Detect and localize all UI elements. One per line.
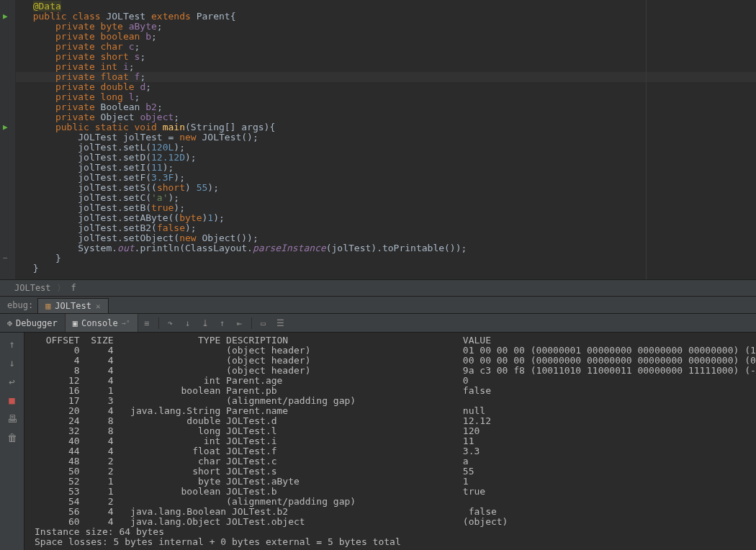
console-output[interactable]: OFFSET SIZE TYPE DESCRIPTION VALUE 0 4 (… [24, 333, 756, 550]
code-editor[interactable]: @Data public class JOLTest extends Paren… [16, 0, 756, 279]
tab-icon: ▦ [45, 301, 50, 311]
console-tab[interactable]: ▣ Console →ˣ [66, 314, 138, 332]
debugger-icon: ⎆ [7, 318, 12, 328]
breadcrumb-class[interactable]: JOLTest [14, 283, 51, 293]
evaluate-icon[interactable]: ▭ [256, 315, 271, 331]
editor-gutter: ▶ ▶ − [0, 0, 16, 279]
console-side-toolbar: ↑ ↓ ↩ ■ 🖶 🗑 [0, 333, 24, 550]
trace-icon[interactable]: ☰ [273, 315, 289, 331]
step-into-icon[interactable]: ↓ [180, 315, 196, 331]
breadcrumb-member[interactable]: f [71, 283, 76, 293]
run-main-gutter-icon[interactable]: ▶ [3, 122, 8, 132]
breadcrumb-sep: 〉 [57, 282, 66, 294]
annotation: @Data [33, 1, 61, 12]
soft-wrap-icon[interactable]: ↩ [9, 376, 14, 387]
threads-icon[interactable]: ≡ [139, 315, 155, 331]
pin-icon[interactable]: →ˣ [122, 319, 130, 327]
debug-tool-window-header: ebug: ▦ JOLTest ✕ [0, 297, 756, 314]
close-tab-icon[interactable]: ✕ [96, 302, 101, 311]
run-gutter-icon[interactable]: ▶ [3, 12, 8, 21]
step-over-icon[interactable]: ↷ [163, 315, 179, 331]
debug-toolbar: ⎆ Debugger ▣ Console →ˣ ≡ ↷ ↓ ⤓ ↑ ⇤ ▭ ☰ [0, 314, 756, 333]
down-stack-icon[interactable]: ↓ [9, 357, 14, 369]
print-icon[interactable]: 🖶 [7, 413, 17, 425]
debugger-tab[interactable]: ⎆ Debugger [0, 314, 66, 332]
fold-minus-icon[interactable]: − [3, 253, 8, 263]
right-margin-line [646, 0, 647, 279]
force-step-into-icon[interactable]: ⤓ [197, 315, 213, 331]
stop-icon[interactable]: ■ [9, 395, 14, 406]
console-icon: ▣ [73, 318, 78, 328]
breadcrumb: JOLTest 〉 f [0, 279, 756, 297]
debug-run-tab[interactable]: ▦ JOLTest ✕ [37, 298, 108, 313]
drop-frame-icon[interactable]: ⇤ [232, 315, 248, 331]
console-panel: ↑ ↓ ↩ ■ 🖶 🗑 OFFSET SIZE TYPE DESCRIPTION… [0, 333, 756, 550]
up-stack-icon[interactable]: ↑ [9, 338, 14, 350]
clear-icon[interactable]: 🗑 [7, 432, 17, 443]
debug-label: ebug: [3, 297, 37, 313]
editor-pane: ▶ ▶ − @Data public class JOLTest extends… [0, 0, 756, 279]
step-out-icon[interactable]: ↑ [215, 315, 230, 331]
